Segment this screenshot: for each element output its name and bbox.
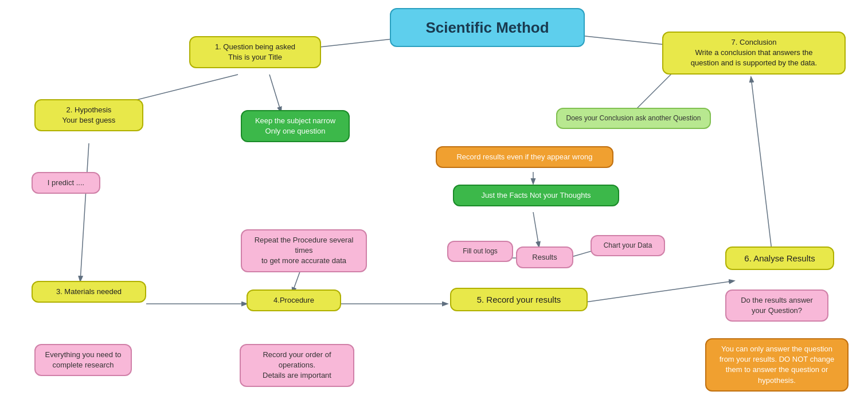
main-title: Scientific Method xyxy=(390,8,585,47)
node-analyse-tip2: You can only answer the question from yo… xyxy=(705,338,849,392)
node-analyse-tip1: Do the results answer your Question? xyxy=(725,289,828,322)
node-conclusion-tip: Does your Conclusion ask another Questio… xyxy=(556,108,711,129)
node-procedure-tip1: Repeat the Procedure several times to ge… xyxy=(241,229,367,272)
node-record-tip1: Record results even if they appear wrong xyxy=(436,146,613,168)
node-materials: 3. Materials needed xyxy=(32,281,146,303)
node-materials-tip: Everything you need to complete research xyxy=(34,344,132,376)
svg-line-4 xyxy=(80,143,89,281)
svg-line-8 xyxy=(533,212,539,247)
node-procedure: 4.Procedure xyxy=(247,289,341,311)
node-fill-logs: Fill out logs xyxy=(447,241,513,262)
node-question-tip: Keep the subject narrow Only one questio… xyxy=(241,110,350,142)
node-record-tip2: Just the Facts Not your Thoughts xyxy=(453,185,619,206)
node-results: Results xyxy=(516,247,573,268)
node-question: 1. Question being asked This is your Tit… xyxy=(189,36,321,68)
node-hypothesis: 2. Hypothesis Your best guess xyxy=(34,99,143,131)
node-analyse: 6. Analyse Results xyxy=(725,247,834,270)
node-conclusion: 7. Conclusion Write a conclusion that an… xyxy=(662,32,846,75)
svg-line-3 xyxy=(269,75,281,112)
node-hypothesis-tip: I predict .... xyxy=(32,172,100,194)
node-record: 5. Record your results xyxy=(450,288,588,311)
svg-line-11 xyxy=(573,281,734,304)
node-procedure-tip2: Record your order of operations. Details… xyxy=(240,344,354,387)
svg-line-12 xyxy=(751,77,774,269)
node-chart-data: Chart your Data xyxy=(591,235,665,256)
